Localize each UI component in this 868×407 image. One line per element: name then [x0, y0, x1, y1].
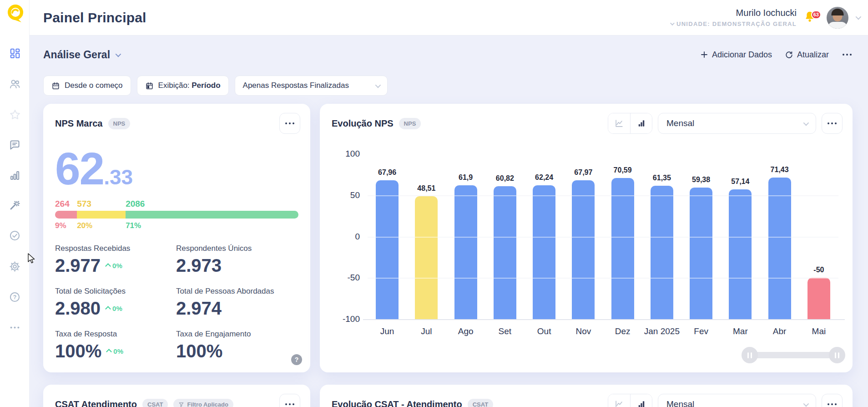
sidebar-item-favorites[interactable]	[0, 108, 30, 121]
bar-value-label: 67,96	[378, 168, 396, 177]
app-logo	[5, 3, 25, 26]
chevron-down-icon	[803, 120, 809, 126]
users-icon	[9, 78, 21, 90]
period-select[interactable]: Mensal	[658, 394, 816, 407]
user-name: Murilo Iochucki	[670, 8, 797, 18]
segment-percent-label: 9%	[55, 221, 66, 230]
dashboard-selector[interactable]: Análise Geral	[43, 49, 120, 61]
sidebar-item-settings[interactable]	[0, 260, 30, 273]
bar-chart-toggle-button[interactable]	[630, 394, 652, 407]
bar-chart-icon	[637, 400, 646, 407]
chart-bar[interactable]: 71,43Abr	[760, 154, 799, 319]
sidebar-item-more[interactable]	[0, 321, 30, 334]
slider-handle-left[interactable]	[742, 347, 758, 363]
plus-icon	[700, 51, 708, 59]
refresh-button[interactable]: Atualizar	[785, 50, 829, 60]
chevron-down-icon[interactable]	[856, 14, 862, 20]
line-chart-icon	[614, 118, 624, 128]
chevron-down-icon	[803, 401, 809, 407]
segment-percent-label: 71%	[126, 221, 141, 230]
bar-rect	[376, 180, 399, 319]
check-circle-icon	[9, 229, 21, 242]
help-button[interactable]: ?	[291, 354, 302, 365]
sidebar-item-messages[interactable]	[0, 139, 30, 151]
stat-label: Total de Solicitações	[55, 287, 176, 296]
nps-badge: NPS	[399, 118, 421, 129]
svg-text:?: ?	[13, 294, 17, 300]
notifications-button[interactable]: 63	[804, 10, 816, 25]
nps-stats-grid: Respostas Recebidas2.9770%Respondentes Ú…	[55, 244, 310, 360]
date-range-filter[interactable]: Desde o começo	[43, 76, 131, 96]
chart-bar[interactable]: 70,59Dez	[603, 154, 642, 319]
sidebar-item-dashboard[interactable]	[0, 47, 30, 59]
chart-bar[interactable]: -50Mai	[799, 154, 838, 319]
nps-evolution-card: Evolução NPS NPS Mensal	[320, 104, 853, 372]
x-axis-label: Abr	[773, 326, 787, 336]
chevron-down-icon	[375, 82, 381, 88]
chart-bar[interactable]: 61,35Jan 2025	[642, 154, 681, 319]
x-axis-label: Jan 2025	[644, 326, 680, 336]
bar-value-label: 48,51	[417, 184, 435, 193]
card-menu-button[interactable]	[279, 394, 300, 407]
bar-rect	[415, 196, 438, 319]
chart-bar[interactable]: 59,38Fev	[681, 154, 721, 319]
line-chart-toggle-button[interactable]	[608, 394, 630, 407]
line-chart-toggle-button[interactable]	[608, 113, 630, 133]
bar-rect	[690, 188, 712, 319]
add-data-button[interactable]: Adicionar Dados	[700, 50, 772, 60]
more-icon	[9, 321, 21, 334]
chart-bar[interactable]: 60,82Set	[485, 154, 525, 319]
chart-bar[interactable]: 62,24Out	[525, 154, 564, 319]
x-axis-label: Jun	[380, 326, 394, 336]
card-menu-button[interactable]	[279, 113, 300, 134]
chart-range-slider	[742, 347, 845, 363]
unit-selector[interactable]: UNIDADE: DEMONSTRAÇÃO GERAL	[670, 20, 797, 27]
section-toolbar: Análise Geral Adicionar Dados Atualizar	[43, 43, 853, 66]
responses-filter-dropdown[interactable]: Apenas Respostas Finalizadas	[235, 76, 388, 96]
dashboard-icon	[9, 47, 21, 59]
chevron-down-icon	[116, 51, 121, 57]
avatar[interactable]	[827, 7, 848, 29]
chart-bar[interactable]: 48,51Jul	[407, 154, 446, 319]
sidebar-item-tasks[interactable]	[0, 229, 30, 242]
display-mode-filter[interactable]: Exibição: Período	[137, 76, 229, 96]
stat-value: 100%	[55, 342, 101, 360]
sidebar-item-automation[interactable]	[0, 199, 30, 211]
bar-rect	[768, 178, 791, 319]
bar-rect	[807, 278, 830, 319]
stat-label: Respostas Recebidas	[55, 244, 176, 253]
caret-up-icon	[105, 306, 111, 312]
chart-y-axis: 100500-50-100	[320, 154, 360, 319]
csat-evolution-card: Evolução CSAT - Atendimento CSAT	[320, 385, 853, 407]
chart-bar[interactable]: 67,96Jun	[368, 154, 407, 319]
csat-badge: CSAT	[468, 399, 493, 407]
slider-handle-right[interactable]	[829, 347, 845, 363]
sidebar-item-users[interactable]	[0, 78, 30, 90]
sidebar-item-help[interactable]: ?	[0, 291, 30, 303]
chart-bar[interactable]: 57,14Mar	[721, 154, 760, 319]
page-title: Painel Principal	[43, 10, 146, 25]
bar-rect	[611, 178, 634, 319]
magic-wand-icon	[9, 199, 21, 211]
stat-cell: Respondentes Únicos2.973	[176, 244, 310, 275]
gear-icon	[9, 260, 21, 273]
period-select[interactable]: Mensal	[658, 113, 816, 134]
dashboard-app: ? Painel Principal Murilo Iochucki UNIDA…	[0, 0, 868, 407]
distribution-segment	[126, 211, 298, 219]
chart-bar[interactable]: 61,9Ago	[446, 154, 485, 319]
chevron-down-icon	[670, 21, 675, 25]
nps-evolution-plot: 67,96Jun48,51Jul61,9Ago60,82Set62,24Out6…	[368, 154, 838, 319]
chart-bar[interactable]: 67,97Nov	[564, 154, 603, 319]
card-menu-button[interactable]	[822, 113, 843, 134]
card-menu-button[interactable]	[822, 394, 843, 407]
bar-chart-toggle-button[interactable]	[630, 113, 652, 133]
x-axis-label: Mai	[812, 326, 826, 336]
more-options-button[interactable]	[842, 54, 853, 56]
stat-value: 100%	[176, 342, 222, 360]
segment-count-label: 2086	[126, 199, 145, 209]
slider-track[interactable]	[746, 352, 841, 358]
user-menu[interactable]: Murilo Iochucki UNIDADE: DEMONSTRAÇÃO GE…	[670, 7, 860, 29]
help-icon: ?	[9, 291, 21, 303]
sidebar: ?	[0, 0, 30, 407]
sidebar-item-reports[interactable]	[0, 169, 30, 182]
